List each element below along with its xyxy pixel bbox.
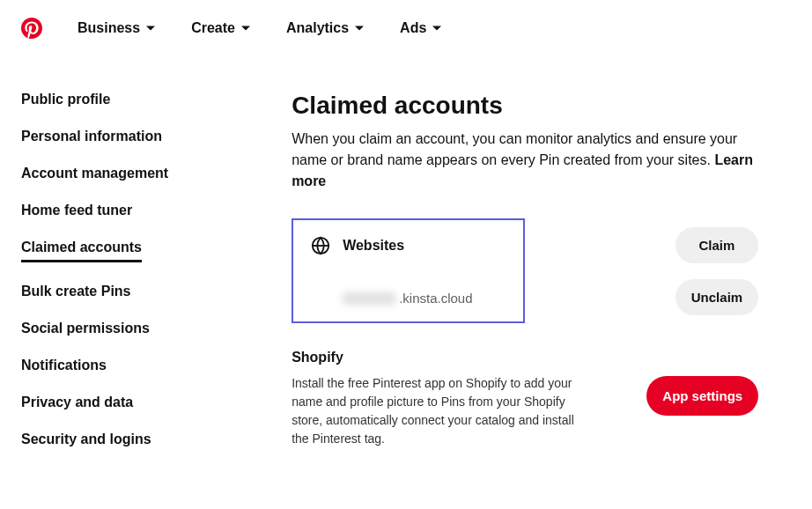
chevron-down-icon bbox=[354, 23, 365, 33]
action-buttons: Claim Unclaim bbox=[675, 218, 758, 315]
sidebar-item-privacy-and-data[interactable]: Privacy and data bbox=[21, 395, 168, 410]
websites-box: Websites .kinsta.cloud bbox=[292, 218, 525, 323]
websites-label: Websites bbox=[343, 238, 404, 254]
nav-create[interactable]: Create bbox=[191, 20, 251, 36]
sidebar: Public profile Personal information Acco… bbox=[21, 92, 168, 448]
content: Claimed accounts When you claim an accou… bbox=[292, 92, 758, 448]
sidebar-item-bulk-create-pins[interactable]: Bulk create Pins bbox=[21, 284, 168, 299]
top-nav: Business Create Analytics Ads bbox=[0, 0, 812, 56]
sidebar-item-notifications[interactable]: Notifications bbox=[21, 358, 168, 373]
main-container: Public profile Personal information Acco… bbox=[0, 92, 812, 448]
shopify-left: Shopify Install the free Pinterest app o… bbox=[292, 350, 629, 448]
websites-header: Websites bbox=[311, 236, 506, 255]
sidebar-item-home-feed-tuner[interactable]: Home feed tuner bbox=[21, 203, 168, 218]
sidebar-item-security-and-logins[interactable]: Security and logins bbox=[21, 432, 168, 447]
nav-analytics[interactable]: Analytics bbox=[286, 20, 365, 36]
globe-icon bbox=[311, 236, 330, 255]
page-title: Claimed accounts bbox=[292, 92, 758, 120]
pinterest-logo[interactable] bbox=[21, 18, 42, 39]
sidebar-item-account-management[interactable]: Account management bbox=[21, 166, 168, 181]
description-text: When you claim an account, you can monit… bbox=[292, 131, 737, 167]
shopify-title: Shopify bbox=[292, 350, 629, 365]
redacted-domain bbox=[343, 292, 395, 305]
nav-label: Create bbox=[191, 20, 235, 36]
nav-ads[interactable]: Ads bbox=[400, 20, 442, 36]
app-settings-button[interactable]: App settings bbox=[646, 376, 758, 416]
shopify-section: Shopify Install the free Pinterest app o… bbox=[292, 350, 758, 448]
page-description: When you claim an account, you can monit… bbox=[292, 129, 758, 192]
nav-label: Business bbox=[78, 20, 140, 36]
website-entry: .kinsta.cloud bbox=[343, 291, 506, 306]
sidebar-item-claimed-accounts[interactable]: Claimed accounts bbox=[21, 240, 142, 262]
nav-label: Analytics bbox=[286, 20, 349, 36]
chevron-down-icon bbox=[432, 23, 442, 33]
claim-button[interactable]: Claim bbox=[675, 227, 758, 263]
sidebar-item-personal-information[interactable]: Personal information bbox=[21, 129, 168, 144]
unclaim-button[interactable]: Unclaim bbox=[675, 279, 758, 315]
sidebar-item-social-permissions[interactable]: Social permissions bbox=[21, 321, 168, 336]
shopify-description: Install the free Pinterest app on Shopif… bbox=[292, 374, 591, 448]
chevron-down-icon bbox=[145, 23, 156, 33]
websites-section: Websites .kinsta.cloud Claim Unclaim bbox=[292, 218, 758, 323]
nav-business[interactable]: Business bbox=[78, 20, 156, 36]
chevron-down-icon bbox=[240, 23, 251, 33]
sidebar-item-public-profile[interactable]: Public profile bbox=[21, 92, 168, 107]
domain-suffix: .kinsta.cloud bbox=[399, 291, 472, 306]
nav-label: Ads bbox=[400, 20, 426, 36]
